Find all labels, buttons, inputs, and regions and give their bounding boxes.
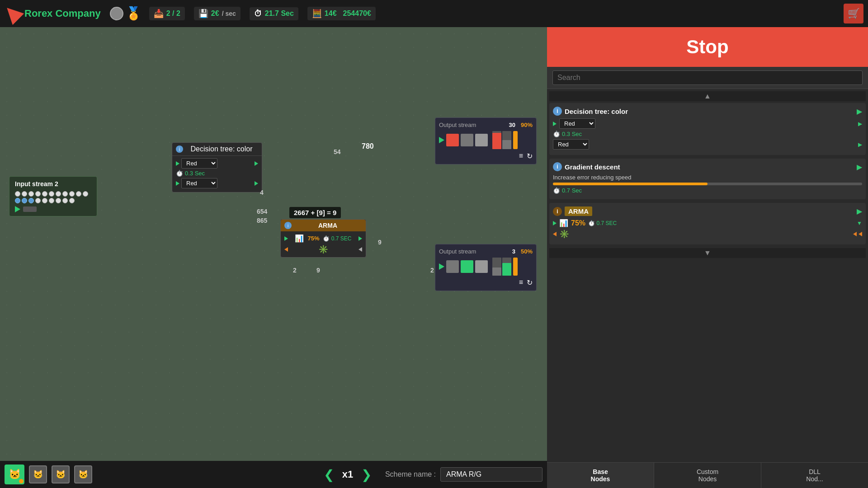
gradient-progress	[553, 183, 862, 185]
dot	[28, 191, 34, 197]
dot	[62, 198, 68, 203]
arma-tri-gray	[359, 247, 362, 252]
output-count-1: 30	[509, 122, 515, 128]
arma-card-play2[interactable]: ▼	[857, 220, 862, 226]
dot	[69, 191, 75, 197]
speed-increase[interactable]: ❯	[361, 467, 372, 482]
dot	[62, 191, 68, 197]
refresh-icon[interactable]: ↻	[527, 152, 533, 160]
input-stream-title: Input stream 2	[15, 180, 91, 188]
dt-header: i Decision tree: color	[172, 143, 262, 156]
dt-row-1: Red	[176, 158, 258, 169]
rate-stat: 💾 2€ / sec	[194, 7, 241, 20]
dt-dropdown2[interactable]: Red	[181, 178, 217, 188]
dt-out2[interactable]	[255, 181, 258, 186]
company-name: Rorex Company	[24, 8, 101, 19]
arma-card-left1	[853, 232, 857, 236]
scheme-name-input[interactable]	[440, 467, 542, 482]
arma-card-stats: 📊 75% ⏱️ 0.7 SEC ▼	[553, 219, 862, 227]
rate-label: / sec	[222, 10, 236, 17]
scroll-down[interactable]: ▼	[549, 248, 866, 258]
swatch-gray2	[475, 134, 488, 146]
stack-icon[interactable]: ≡	[519, 152, 523, 160]
output-gauge-1	[492, 131, 511, 149]
refresh-icon-2[interactable]: ↻	[527, 278, 533, 287]
dot	[35, 191, 41, 197]
agent-icon-1	[110, 7, 123, 20]
calc-value: 14€	[325, 9, 337, 18]
bot-icon-1[interactable]: 🐱	[29, 465, 47, 483]
dt-card-play[interactable]: ▶	[857, 107, 862, 116]
bot-icon-2[interactable]: 🐱	[52, 465, 70, 483]
dt-card-row1: Red ▶	[553, 118, 862, 129]
dot-blue	[15, 198, 20, 203]
dt-card-play2[interactable]: ▶	[858, 121, 862, 127]
arma-in-left[interactable]	[284, 236, 288, 241]
dt-play2[interactable]	[176, 181, 179, 186]
dt-card-dropdown1[interactable]: Red	[559, 118, 595, 129]
sidebar: Stop ▲ ⋮ i Decision tree: color ▶ Red ▶	[547, 27, 868, 488]
agents-stat: 📥 2 / 2	[149, 7, 185, 20]
stream-bar	[23, 206, 37, 212]
output-play-1[interactable]	[439, 137, 444, 143]
output-play-2[interactable]	[439, 263, 444, 270]
dt-dropdown1[interactable]: Red	[181, 158, 217, 169]
dot	[49, 198, 54, 203]
tab-base-nodes[interactable]: BaseNodes	[547, 463, 654, 488]
canvas-arma-node[interactable]: i ARMA 📊 75% ⏱️ 0.7 SEC ✳️	[280, 219, 366, 258]
dt-out1[interactable]	[255, 161, 258, 166]
canvas-dt-node[interactable]: i Decision tree: color Red ⏱️ 0.3 Sec	[172, 142, 262, 192]
output-percent-1: 90%	[521, 122, 533, 128]
stream-play-btn[interactable]	[15, 206, 20, 212]
total-value: 254470€	[343, 9, 371, 18]
dt-info-badge: i	[176, 145, 183, 153]
dt-speed: ⏱️ 0.3 Sec	[176, 170, 205, 177]
output-percent-2: 50%	[521, 248, 533, 255]
arma-starburst-row: ✳️	[553, 229, 862, 239]
label-2a: 2	[293, 267, 297, 274]
arma-card-play[interactable]: ▶	[857, 207, 862, 216]
bot-status-dot	[19, 479, 24, 483]
tab-dll-nodes[interactable]: DLLNod...	[761, 463, 868, 488]
dt-play1[interactable]	[176, 161, 179, 166]
dot	[83, 191, 88, 197]
gradient-progress-fill	[553, 183, 708, 185]
speed-decrease[interactable]: ❮	[324, 467, 334, 482]
arma-out-left[interactable]	[284, 247, 288, 252]
node-card-gradient[interactable]: i Gradient descent ▶ Increase error redu…	[549, 159, 866, 199]
swatch-gray4	[475, 260, 488, 273]
bot-icon-3[interactable]: 🐱	[74, 465, 92, 483]
dt-card-dropdown2[interactable]: Red	[553, 139, 589, 150]
stack-icon-2[interactable]: ≡	[519, 278, 523, 287]
output-controls-1: ≡ ↻	[439, 152, 533, 160]
swatch-gray3	[446, 260, 459, 273]
swatch-red	[446, 134, 459, 146]
top-right-icon[interactable]: 🛒	[844, 4, 863, 23]
gradient-speed-row: ⏱️ 0.7 Sec	[553, 187, 862, 194]
label-9a: 9	[316, 267, 320, 274]
dot	[42, 191, 47, 197]
arma-info-badge: i	[284, 222, 292, 229]
dt-card-play3[interactable]: ▶	[858, 141, 862, 148]
speed-clock-icon: ⏱️	[553, 131, 560, 137]
arma-header: i ARMA	[281, 220, 366, 231]
dt-title: Decision tree: color	[185, 145, 258, 153]
gradient-card-play[interactable]: ▶	[857, 163, 862, 171]
stop-button[interactable]: Stop	[547, 27, 868, 67]
label-654: 654	[257, 208, 267, 215]
arma-speed-clock: ⏱️	[588, 220, 595, 226]
node-card-decision-tree[interactable]: i Decision tree: color ▶ Red ▶ ⏱️ 0.3 Se…	[549, 103, 866, 155]
arma-card-starburst: ✳️	[559, 229, 569, 239]
dot-blue	[22, 198, 27, 203]
node-card-arma[interactable]: i ARMA ▶ 📊 75% ⏱️ 0.7 SEC ▼ ✳️	[549, 203, 866, 244]
arma-in-right[interactable]	[359, 236, 362, 241]
search-input[interactable]	[552, 70, 863, 85]
scroll-up[interactable]: ▲	[549, 91, 866, 101]
arma-card-arrows	[853, 232, 862, 236]
tab-custom-nodes[interactable]: CustomNodes	[654, 463, 761, 488]
agent-icons: 🏅	[110, 6, 140, 21]
canvas-area[interactable]: Input stream 2	[0, 27, 547, 461]
logo[interactable]: Rorex Company	[5, 5, 101, 22]
arma-speed-icon: ⏱️	[323, 235, 330, 242]
dot	[15, 191, 20, 197]
